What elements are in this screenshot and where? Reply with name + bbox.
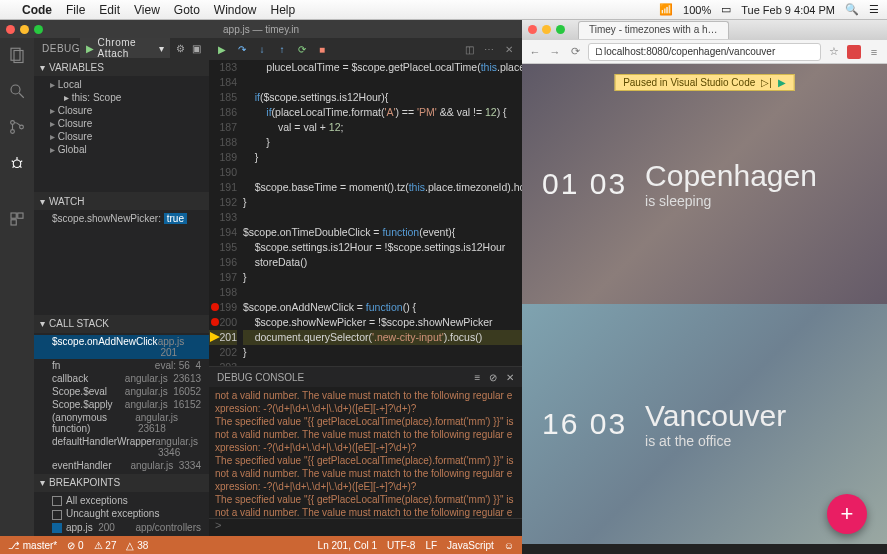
step-over-button[interactable]: ↷ [235,42,249,56]
ide-titlebar: app.js — timey.in [0,20,522,38]
minimize-icon[interactable] [20,25,29,34]
console-output[interactable]: not a valid number. The value must match… [209,387,522,518]
stop-button[interactable]: ■ [315,42,329,56]
menu-window[interactable]: Window [214,3,257,17]
console-wrap-icon[interactable]: ≡ [475,372,481,383]
launch-config[interactable]: ▶Chrome Attach▾ [80,38,170,60]
menu-edit[interactable]: Edit [99,3,120,17]
callstack-frame[interactable]: Scope.$evalangular.js 16052 [34,385,209,398]
scope-global[interactable]: Global [34,143,209,156]
callstack-frame[interactable]: (anonymous function)angular.js 23618 [34,411,209,435]
debug-icon[interactable] [6,152,28,174]
vscode-window: app.js — timey.in DEBUG ▶Chrome Attach▾ … [0,20,522,554]
feedback-icon[interactable]: ☺ [504,540,514,551]
git-icon[interactable] [6,116,28,138]
traffic-lights[interactable] [6,25,43,34]
svg-rect-13 [11,213,16,218]
scope-local[interactable]: Local [34,78,209,91]
bp-file[interactable]: app.js 200app/controllers [34,521,209,534]
variables-tree[interactable]: Local [34,78,209,91]
callstack-frame[interactable]: eventHandlerangular.js 3334 [34,459,209,472]
zoom-icon[interactable] [556,25,565,34]
step-icon[interactable]: ▷| [761,77,772,88]
app-name[interactable]: Code [22,3,52,17]
section-breakpoints[interactable]: ▾BREAKPOINTS [34,474,209,492]
scope-closure[interactable]: Closure [34,130,209,143]
reload-icon[interactable]: ⟳ [568,45,582,59]
breakpoint-icon[interactable] [211,318,219,326]
menu-icon[interactable]: ≡ [867,45,881,59]
callstack-frame[interactable]: fneval: 56 4 [34,359,209,372]
browser-tabbar: Timey - timezones with a h… [522,20,887,40]
section-callstack[interactable]: ▾CALL STACK [34,315,209,333]
add-city-button[interactable]: + [827,494,867,534]
resume-icon[interactable]: ▶ [778,77,786,88]
extensions-icon[interactable] [6,208,28,230]
city-card[interactable]: Paused in Visual Studio Code ▷| ▶ 01 03 … [522,64,887,304]
callstack-frame[interactable]: callbackangular.js 23613 [34,372,209,385]
scope-closure[interactable]: Closure [34,104,209,117]
console-close-icon[interactable]: ✕ [506,372,514,383]
code-editor[interactable]: 1831841851861871881891901911921931941951… [209,60,522,366]
watch-expr[interactable]: $scope.showNewPicker: true [34,212,209,225]
split-editor-icon[interactable]: ◫ [462,42,476,56]
search-icon[interactable] [6,80,28,102]
forward-icon[interactable]: → [548,45,562,59]
encoding[interactable]: UTF-8 [387,540,415,551]
bp-all-exceptions[interactable]: All exceptions [34,494,209,507]
menu-icon[interactable]: ☰ [869,3,879,16]
search-icon[interactable]: 🔍 [845,3,859,16]
console-icon[interactable]: ▣ [192,43,202,54]
zoom-icon[interactable] [34,25,43,34]
pause-banner[interactable]: Paused in Visual Studio Code ▷| ▶ [614,74,795,91]
browser-toolbar: ← → ⟳ 🗋 localhost:8080/copenhagen/vancou… [522,40,887,64]
errors-badge[interactable]: ⊘ 0 [67,540,83,551]
scope-closure[interactable]: Closure [34,117,209,130]
restart-button[interactable]: ⟳ [295,42,309,56]
this-row[interactable]: ▸ this: Scope [34,91,209,104]
city-name: Vancouver [645,399,786,433]
section-watch[interactable]: ▾WATCH [34,192,209,210]
continue-button[interactable]: ▶ [215,42,229,56]
star-icon[interactable]: ☆ [827,45,841,59]
menu-file[interactable]: File [66,3,85,17]
close-editor-icon[interactable]: ✕ [502,42,516,56]
activity-bar [0,38,34,536]
close-icon[interactable] [6,25,15,34]
callstack-frame[interactable]: Scope.$applyangular.js 16152 [34,398,209,411]
menu-view[interactable]: View [134,3,160,17]
back-icon[interactable]: ← [528,45,542,59]
breakpoint-icon[interactable] [211,303,219,311]
callstack-frame[interactable]: defaultHandlerWrapperangular.js 3346 [34,435,209,459]
traffic-lights[interactable] [528,25,565,34]
section-variables[interactable]: ▾VARIABLES [34,58,209,76]
bp-uncaught-exceptions[interactable]: Uncaught exceptions [34,507,209,520]
gear-icon[interactable]: ⚙ [176,43,186,54]
step-out-button[interactable]: ↑ [275,42,289,56]
cursor-pos[interactable]: Ln 201, Col 1 [318,540,378,551]
console-input[interactable]: > [209,518,522,536]
wifi-icon[interactable]: 📶 [659,3,673,16]
battery-icon[interactable]: ▭ [721,3,731,16]
explorer-icon[interactable] [6,44,28,66]
language[interactable]: JavaScript [447,540,494,551]
minimize-icon[interactable] [542,25,551,34]
debug-toolbar: ▶ ↷ ↓ ↑ ⟳ ■ ◫ ⋯ ✕ [209,38,522,60]
menu-goto[interactable]: Goto [174,3,200,17]
more-icon[interactable]: ⋯ [482,42,496,56]
step-into-button[interactable]: ↓ [255,42,269,56]
address-bar[interactable]: 🗋 localhost:8080/copenhagen/vancouver [588,43,821,61]
console-clear-icon[interactable]: ⊘ [489,372,497,383]
eol[interactable]: LF [425,540,437,551]
svg-point-5 [11,130,15,134]
svg-rect-14 [18,213,23,218]
menu-help[interactable]: Help [271,3,296,17]
profile-icon[interactable] [847,45,861,59]
warnings-badge[interactable]: ⚠ 27 [94,540,117,551]
info-badge[interactable]: △ 38 [126,540,148,551]
city-status: is at the office [645,433,786,449]
close-icon[interactable] [528,25,537,34]
callstack-frame[interactable]: $scope.onAddNewClickapp.js 201 [34,335,209,359]
browser-tab[interactable]: Timey - timezones with a h… [578,21,729,39]
git-branch[interactable]: ⎇ master* [8,540,57,551]
